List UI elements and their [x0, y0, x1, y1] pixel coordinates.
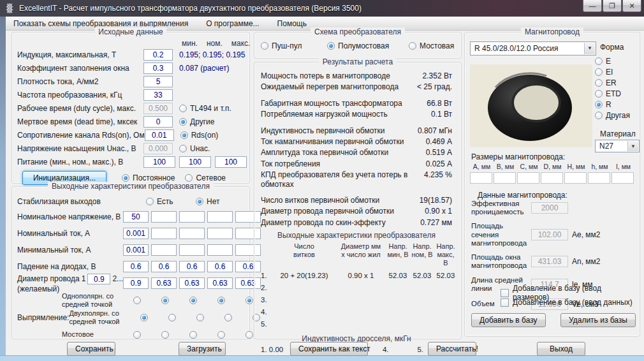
chevron-down-icon[interactable]: ▼	[627, 141, 638, 151]
menu-help[interactable]: Помощь	[277, 19, 307, 28]
rect-uni-2[interactable]	[161, 297, 169, 304]
group-title: Выходные характеристики преобразователя	[48, 182, 214, 191]
dim-b-input[interactable]	[494, 172, 516, 184]
vdiode-2[interactable]: 0.6	[151, 261, 177, 272]
inom-2[interactable]	[151, 228, 177, 239]
rect-bi-3[interactable]	[196, 314, 204, 321]
rds-on-radio[interactable]: Rds(on)	[180, 131, 219, 140]
frequency-input[interactable]: 33	[143, 89, 173, 101]
vnom-1[interactable]: 50	[123, 211, 149, 223]
rect-uni-5[interactable]	[245, 297, 253, 304]
dim-h2-input[interactable]	[588, 172, 610, 184]
result-row: Амплитуда тока первичной обмотки0.519 А	[261, 148, 452, 157]
vdiode-1[interactable]: 0.6	[123, 261, 149, 272]
rect-bi-1[interactable]	[140, 314, 148, 321]
rect-br-5[interactable]	[245, 331, 253, 339]
ac-supply-radio[interactable]: Сетевое	[185, 173, 226, 182]
table-row: 1.20 + 20(19.23)0.90 x 152.0352.0352.03	[261, 270, 457, 282]
calculate-button[interactable]: Рассчитать!	[428, 342, 476, 356]
core-model-dropdown[interactable]: R 45.0/28.0/12.0 Россия ▼	[470, 41, 596, 55]
row-cross-section: Площадь сечения магнитопровода 102.00 Ae…	[471, 222, 636, 247]
rds-on-input[interactable]: 0.01	[145, 129, 174, 141]
result-row: Индуктивность первичной обмотки0.807 мГн	[261, 126, 452, 135]
rect-uni-4[interactable]	[217, 297, 225, 304]
vnom-3[interactable]	[179, 211, 205, 223]
window-frame-bottom	[0, 355, 644, 361]
inom-4[interactable]	[207, 228, 233, 239]
tl494-radio[interactable]: TL494 и т.п.	[179, 104, 231, 113]
rect-bi-4[interactable]	[224, 314, 232, 321]
dia-4[interactable]: 0.63	[207, 277, 233, 289]
vdiode-4[interactable]: 0.6	[207, 261, 233, 272]
shape-ei-radio[interactable]: EI	[595, 66, 630, 77]
rect-br-1[interactable]	[133, 331, 141, 339]
rect-uni-1[interactable]	[133, 297, 141, 304]
dim-h-input[interactable]	[564, 172, 587, 184]
menu-show-schemes[interactable]: Показать схемы преобразования и выпрямле…	[13, 19, 188, 28]
shape-er-radio[interactable]: ER	[595, 77, 630, 88]
delete-from-db-button[interactable]: Удалить из базы	[560, 313, 636, 327]
load-button[interactable]: Загрузить	[179, 342, 226, 356]
title-bar[interactable]: ExcellentIT - Расчет импульсного трансфо…	[0, 0, 644, 17]
close-button[interactable]: ✕	[622, 0, 641, 12]
current-density-input[interactable]: 5	[143, 76, 173, 87]
save-as-text-button[interactable]: Сохранить как текст	[290, 342, 368, 356]
pushpull-radio[interactable]: Пуш-пул	[261, 41, 327, 50]
row-nominal-current: Номинальный ток, А 0.001	[17, 225, 245, 242]
stab-yes-radio[interactable]: Есть	[146, 197, 196, 206]
row-diode-drop: Падение на диодах, В 0.6 0.6 0.6 0.6 0.6	[17, 258, 245, 275]
imin-3[interactable]	[179, 244, 205, 256]
dia-1[interactable]: 0.9	[123, 277, 149, 289]
rect-br-3[interactable]	[189, 331, 197, 339]
shape-e-radio[interactable]: E	[595, 55, 630, 66]
vnom-4[interactable]	[207, 211, 233, 223]
exit-button[interactable]: Выход	[537, 342, 585, 356]
material-dropdown[interactable]: N27 ▼	[595, 140, 640, 152]
imin-2[interactable]	[151, 244, 177, 256]
rect-bi-2[interactable]	[168, 314, 176, 321]
menu-about[interactable]: О программе...	[206, 19, 259, 28]
shape-etd-radio[interactable]: ETD	[595, 88, 630, 99]
inom-1[interactable]: 0.001	[123, 228, 149, 239]
dim-a-input[interactable]	[470, 172, 492, 184]
induction-input[interactable]: 0.2	[143, 49, 173, 61]
unas-radio[interactable]: Uнас.	[179, 144, 210, 153]
vnom-2[interactable]	[151, 211, 177, 223]
minimize-button[interactable]: —	[583, 0, 602, 12]
dim-d-input[interactable]	[541, 172, 563, 184]
dead-time-input[interactable]: 0	[143, 116, 173, 128]
shape-other-radio[interactable]: Другая	[595, 110, 630, 121]
add-to-db-button[interactable]: Добавить в базу	[471, 313, 546, 327]
chevron-down-icon[interactable]: ▼	[584, 43, 595, 54]
rect-uni-3[interactable]	[189, 297, 197, 304]
an-value: 431.03	[531, 256, 568, 267]
inom-3[interactable]	[179, 228, 205, 239]
bridge-radio[interactable]: Мостовая	[409, 41, 454, 50]
diameter-pre-input[interactable]: 0.9	[87, 274, 110, 284]
dim-i-input[interactable]	[611, 172, 634, 184]
halfbridge-radio[interactable]: Полумостовая	[327, 41, 409, 50]
result-row: Ожидаемый перегрев магнитопровода< 25 гр…	[261, 82, 452, 91]
dim-c-input[interactable]	[517, 172, 539, 184]
row-window-area: Площадь окна магнитопровода 431.03 An, м…	[471, 253, 636, 270]
imin-4[interactable]	[207, 244, 233, 256]
supply-max-input[interactable]: 100	[215, 156, 247, 168]
vdiode-3[interactable]: 0.6	[179, 261, 205, 272]
other-drivers-radio[interactable]: Другие	[179, 117, 214, 126]
rect-br-4[interactable]	[217, 331, 225, 339]
dia-2[interactable]: 0.63	[151, 277, 177, 289]
supply-min-input[interactable]: 100	[143, 156, 175, 168]
save-button[interactable]: Сохранить	[67, 342, 115, 356]
duty-cycle-input: 0.500	[143, 103, 173, 114]
supply-nom-input[interactable]: 100	[179, 156, 211, 168]
imin-1[interactable]: 0.001	[123, 244, 149, 256]
add-data-checkbox[interactable]: Добавление в базу (ввод данных)	[501, 298, 633, 307]
maximize-button[interactable]: ❐	[603, 0, 622, 12]
shape-r-radio[interactable]: R	[595, 99, 630, 110]
row-saturation-voltage: Напряжение насыщения Uнас., В 0.000 Uнас…	[17, 142, 245, 155]
dia-3[interactable]: 0.63	[179, 277, 205, 289]
fill-factor-input[interactable]: 0.3	[143, 63, 173, 74]
dc-supply-radio[interactable]: Постоянное	[122, 173, 175, 182]
rect-br-2[interactable]	[161, 331, 169, 339]
stab-no-radio[interactable]: Нет	[196, 197, 245, 206]
